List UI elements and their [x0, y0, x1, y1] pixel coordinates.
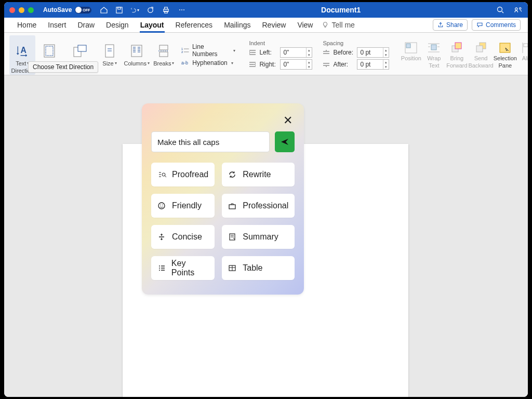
position-button[interactable]: Position — [400, 35, 422, 75]
svg-rect-29 — [524, 44, 528, 47]
autosave-toggle[interactable]: AutoSave OFF — [43, 6, 91, 14]
ai-friendly-button[interactable]: Friendly — [151, 194, 215, 218]
share-icon[interactable] — [514, 6, 523, 15]
minimize-window[interactable] — [19, 7, 24, 13]
send-backward-button[interactable]: SendBackward — [468, 35, 493, 75]
indent-header: Indent — [247, 40, 314, 46]
share-button[interactable]: Share — [433, 19, 468, 31]
comments-button[interactable]: Comments — [472, 19, 521, 31]
tab-review[interactable]: Review — [256, 18, 291, 32]
svg-text:a-b: a-b — [181, 60, 188, 65]
table-icon — [228, 264, 237, 272]
concise-icon — [157, 233, 167, 241]
ai-table-button[interactable]: Table — [222, 256, 295, 280]
spacing-before-input[interactable]: 0 pt▴▾ — [357, 47, 389, 58]
indent-left-icon — [249, 49, 256, 56]
size-button[interactable]: Size▾ — [97, 35, 122, 75]
autosave-label: AutoSave — [43, 6, 72, 14]
svg-point-35 — [160, 205, 161, 206]
redo-icon[interactable] — [146, 6, 155, 15]
bring-forward-button[interactable]: BringForward — [445, 35, 468, 75]
columns-icon — [130, 44, 143, 58]
spin-down[interactable]: ▾ — [307, 52, 312, 57]
send-button[interactable] — [275, 131, 295, 152]
friendly-icon — [157, 202, 167, 210]
breaks-button[interactable]: Breaks▾ — [151, 35, 176, 75]
close-icon[interactable]: ✕ — [283, 114, 292, 127]
spin-up[interactable]: ▴ — [383, 48, 389, 52]
svg-point-2 — [148, 7, 153, 12]
print-icon[interactable] — [162, 6, 170, 15]
spacing-before: Before: 0 pt▴▾ — [321, 47, 391, 58]
spacing-after-icon — [323, 61, 330, 68]
spin-up[interactable]: ▴ — [383, 60, 389, 64]
ai-rewrite-button[interactable]: Rewrite — [222, 163, 295, 187]
document-title: Document1 — [186, 6, 496, 14]
search-icon[interactable] — [496, 6, 504, 15]
ai-concise-button[interactable]: Concise — [151, 225, 215, 249]
svg-point-34 — [158, 203, 165, 209]
quick-access-toolbar: ▾ ⋯ — [99, 6, 186, 15]
spacing-after-input[interactable]: 0 pt▴▾ — [357, 59, 389, 70]
comment-icon — [476, 22, 483, 28]
svg-rect-37 — [229, 205, 235, 209]
tab-design[interactable]: Design — [100, 18, 135, 32]
document-canvas[interactable]: ✕ Proofread Rewrite Friendly Professiona… — [4, 75, 528, 397]
spin-up[interactable]: ▴ — [307, 48, 312, 52]
tab-home[interactable]: Home — [11, 18, 42, 32]
orientation-icon — [73, 44, 87, 58]
spin-down[interactable]: ▾ — [307, 64, 312, 69]
text-direction-icon: A — [15, 44, 30, 58]
tab-references[interactable]: References — [170, 18, 219, 32]
columns-button[interactable]: Columns▾ — [122, 35, 151, 75]
ai-keypoints-button[interactable]: Key Points — [151, 256, 215, 280]
svg-rect-17 — [159, 52, 168, 57]
tab-insert[interactable]: Insert — [42, 18, 72, 32]
indent-left: Left: 0"▴▾ — [247, 47, 314, 58]
ai-proofread-button[interactable]: Proofread — [151, 163, 215, 187]
svg-rect-11 — [46, 46, 53, 56]
send-icon — [280, 138, 289, 146]
autosave-pill[interactable]: OFF — [75, 7, 91, 14]
ai-summary-button[interactable]: Summary — [222, 225, 295, 249]
tab-view[interactable]: View — [291, 18, 318, 32]
spin-up[interactable]: ▴ — [307, 60, 312, 64]
save-icon[interactable] — [115, 6, 124, 15]
share-out-icon — [437, 22, 444, 28]
ai-prompt-input[interactable] — [151, 131, 270, 152]
svg-rect-0 — [116, 7, 122, 12]
selection-pane-button[interactable]: SelectionPane — [494, 35, 517, 75]
more-icon[interactable]: ⋯ — [177, 6, 186, 15]
svg-rect-25 — [455, 43, 461, 49]
position-icon — [404, 42, 418, 54]
align-icon — [522, 42, 528, 54]
home-icon[interactable] — [99, 6, 108, 15]
maximize-window[interactable] — [28, 7, 34, 13]
svg-rect-23 — [431, 45, 436, 50]
tab-draw[interactable]: Draw — [72, 18, 100, 32]
svg-point-6 — [497, 7, 502, 12]
tell-me[interactable]: Tell me — [322, 21, 354, 29]
spin-down[interactable]: ▾ — [383, 52, 389, 57]
wrap-text-button[interactable]: WrapText — [422, 35, 445, 75]
spacing-after: After: 0 pt▴▾ — [321, 59, 391, 70]
svg-rect-4 — [165, 7, 168, 9]
hyphenation-icon: a-b — [181, 60, 190, 66]
tab-mailings[interactable]: Mailings — [218, 18, 256, 32]
ai-professional-button[interactable]: Professional — [222, 194, 295, 218]
tab-layout[interactable]: Layout — [135, 18, 170, 32]
undo-icon[interactable]: ▾ — [130, 6, 139, 15]
tooltip-text-direction: Choose Text Direction — [28, 61, 98, 73]
indent-right-input[interactable]: 0"▴▾ — [280, 59, 312, 70]
indent-left-input[interactable]: 0"▴▾ — [280, 47, 312, 58]
spin-down[interactable]: ▾ — [383, 64, 389, 69]
line-numbers-button[interactable]: 12 Line Numbers▾ — [178, 43, 238, 58]
align-button[interactable]: Align — [517, 35, 528, 75]
svg-point-8 — [520, 7, 521, 9]
svg-rect-28 — [500, 43, 510, 52]
size-icon — [104, 44, 115, 58]
ribbon-tabs: Home Insert Draw Design Layout Reference… — [4, 18, 528, 33]
margins-icon — [43, 44, 56, 58]
hyphenation-button[interactable]: a-b Hyphenation▾ — [178, 59, 238, 67]
close-window[interactable] — [9, 7, 15, 13]
